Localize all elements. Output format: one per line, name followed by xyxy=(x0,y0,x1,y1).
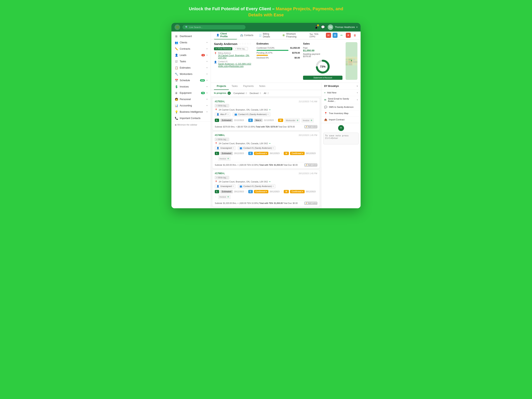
tax-label: Tax: TEN (10%) xyxy=(310,33,324,38)
sidebar-item-bi[interactable]: 💡 Business Intelligence ▾ xyxy=(171,109,211,115)
subtotal-text: Subtotal: $1,020.00 0hrs. + (-$30.00 TEN… xyxy=(215,202,298,204)
add-notes-button[interactable]: 📝 Add notes xyxy=(304,125,317,128)
status-confirmed[interactable]: Confirmed ▾ xyxy=(254,152,269,155)
proj-tab-payments[interactable]: Payments xyxy=(240,83,256,90)
status-w-confirmed[interactable]: Confirmed ▾ xyxy=(290,152,305,155)
tab-client-profile[interactable]: 👤 Client Profile xyxy=(214,32,237,40)
status-w-confirmed[interactable]: Confirmed ▾ xyxy=(290,190,305,193)
edit-button[interactable]: ✏ xyxy=(339,33,344,38)
app-logo[interactable]: 🌿 xyxy=(175,25,180,30)
contact-field[interactable]: 👥 Contact #1 (Sandy Anderson) ▾ xyxy=(238,184,275,188)
sidebar-item-workorders[interactable]: 🔧 Workorders ▾ xyxy=(171,71,211,77)
add-notes-button[interactable]: 📝 Add notes xyxy=(304,164,317,166)
user-info: TH Thomas Heathcore ▾ xyxy=(328,25,357,30)
minimize-sidebar-button[interactable]: ◀ Minimize the sidebar xyxy=(171,121,211,128)
add-new-button[interactable]: + Add New ▾ xyxy=(321,90,361,96)
invoice-add-icon[interactable]: + xyxy=(227,195,229,199)
chevron-down-icon: ▾ xyxy=(273,147,274,149)
contact-email-link[interactable]: philip.voloy@arbostar.com xyxy=(218,65,244,67)
tab-billing[interactable]: 🧾 Billing Details xyxy=(257,32,279,39)
statement-of-account-button[interactable]: Statement of Account xyxy=(303,76,342,80)
add-note-fab[interactable]: + xyxy=(338,125,344,131)
search-bar[interactable]: 🔍 Live Search... xyxy=(183,25,246,29)
workorder-add-icon[interactable]: + xyxy=(297,119,298,122)
sms-button[interactable]: 💬 SMS to Sandy Anderson xyxy=(321,104,361,110)
edit-location-icon[interactable]: ✏ xyxy=(269,142,271,145)
donut-chart: 73% xyxy=(315,59,331,75)
email-button[interactable]: ✉ xyxy=(326,33,331,38)
edit-location-icon[interactable]: ✏ xyxy=(269,180,271,183)
sidebar-item-contacts[interactable]: 📞 Important Contacts xyxy=(171,115,211,121)
red-button[interactable]: R xyxy=(346,33,351,38)
contracts-icon: ✏️ xyxy=(175,47,178,51)
write-tag-button[interactable]: + Write tag... xyxy=(215,104,229,107)
sidebar-item-estimates[interactable]: 📋 Estimates ▾ xyxy=(171,65,211,71)
add-notes-button[interactable]: 📝 Add notes xyxy=(304,202,317,205)
status-more-icon[interactable]: ⋮ xyxy=(215,196,217,198)
contact-field[interactable]: 👥 Contact #1 (Sandy Anderson) ▾ xyxy=(233,112,270,116)
sidebar-item-dashboard[interactable]: ⊞ Dashboard xyxy=(171,33,211,39)
filter-in-progress[interactable]: In progress 2 xyxy=(214,92,231,95)
sidebar-item-tasks[interactable]: ☑ Tasks ▾ xyxy=(171,58,211,65)
send-email-button[interactable]: ✉ Send Email to Sandy Ander... ▾ xyxy=(321,96,361,104)
project-id: #17533-L xyxy=(215,100,225,103)
invoice-add-icon[interactable]: + xyxy=(227,157,229,160)
client-stars: ☆☆☆☆☆ xyxy=(239,42,252,45)
branch-chevron-icon[interactable]: ▾ xyxy=(357,85,358,88)
sidebar-item-leads[interactable]: 👤 Leads 3 ▾ xyxy=(171,52,211,58)
status-more-icon[interactable]: ⋮ xyxy=(245,190,247,193)
chevron-down-icon: ▾ xyxy=(233,185,234,187)
tab-contacts[interactable]: 📇 Contacts xyxy=(238,33,256,38)
tab-wisetack[interactable]: ✳️ Wisetack Financing xyxy=(280,32,309,39)
filter-completed[interactable]: Completed 0 xyxy=(234,92,247,94)
paid-value: $1,050.00 xyxy=(303,49,315,52)
import-contract-button[interactable]: 📥 Import Contract xyxy=(321,117,361,123)
assignee-field[interactable]: 👤 Unassigned ▾ xyxy=(215,146,235,150)
filter-all[interactable]: All 2 xyxy=(264,92,269,94)
status-more-icon[interactable]: ⋮ xyxy=(215,158,217,160)
sidebar-item-invoices[interactable]: 💲 Invoices ▾ xyxy=(171,83,211,90)
sidebar-item-schedule[interactable]: 📅 Schedule 630 ▾ xyxy=(171,77,211,83)
status-confirmed[interactable]: Confirmed ▾ xyxy=(254,190,269,193)
invoice-add-icon[interactable]: + xyxy=(310,119,312,122)
sidebar-item-equipment[interactable]: 🖥 Equipment 79 ▾ xyxy=(171,90,211,96)
chat-icon[interactable]: 💬 xyxy=(321,25,325,29)
tag-x-icon[interactable]: ✕ xyxy=(215,48,217,50)
write-tag-button[interactable]: + Write tag... xyxy=(234,47,248,51)
sidebar-item-contracts[interactable]: ✏️ Contracts ▾ xyxy=(171,46,211,52)
sidebar-item-clients[interactable]: 👥 Clients ▾ xyxy=(171,39,211,46)
edit-location-icon[interactable]: ✏ xyxy=(269,108,271,111)
proj-tab-tasks[interactable]: Tasks xyxy=(229,83,240,90)
status-more-icon[interactable]: ⋮ xyxy=(281,190,283,193)
chevron-down-icon: ▾ xyxy=(233,147,234,149)
client-tag: ✕ #Tree Removal xyxy=(214,47,232,50)
write-tag-button[interactable]: + Write tag... xyxy=(215,176,229,179)
status-more-icon[interactable]: ⋮ xyxy=(275,119,277,121)
tree-inventory-map-button[interactable]: 📍 Tree Inventory Map xyxy=(321,110,361,117)
write-tag-button[interactable]: + Write tag... xyxy=(215,138,229,141)
billing-address-link[interactable]: 24 Cachet Court, Brampton, ON, L6X 0X2 xyxy=(218,54,250,59)
status-more-icon[interactable]: ⋮ xyxy=(281,152,283,154)
declined-label: Declined 0% xyxy=(257,57,293,59)
subtotal-text: Subtotal: $378.00 0hrs. + ($0.00 TEN 10.… xyxy=(215,126,295,128)
sidebar-item-personnel[interactable]: 🧑 Personnel ▾ xyxy=(171,96,211,102)
contact-field[interactable]: 👥 Contact #1 (Sandy Anderson) ▾ xyxy=(238,146,275,150)
settings-button[interactable]: ⚙ xyxy=(333,33,338,38)
status-new: New ▾ xyxy=(254,119,263,122)
note-input[interactable] xyxy=(323,133,359,145)
notifications-icon[interactable]: 📱 4 xyxy=(314,25,318,29)
email-icon: ✉ xyxy=(324,98,326,101)
proj-tab-projects[interactable]: Projects xyxy=(214,83,229,90)
plus-icon: + xyxy=(324,91,326,94)
assignee-field[interactable]: 👤 Alex P ▾ xyxy=(215,112,230,116)
user-chevron-icon[interactable]: ▾ xyxy=(356,26,357,28)
status-more-icon[interactable]: ⋮ xyxy=(245,152,247,154)
filter-declined[interactable]: Declined 0 xyxy=(250,92,261,94)
sidebar-item-accounting[interactable]: 📊 Accounting ▾ xyxy=(171,102,211,109)
delete-button[interactable]: 🗑 xyxy=(352,33,357,38)
assignee-field[interactable]: 👤 Unassigned ▾ xyxy=(215,184,235,188)
equipment-icon: 🖥 xyxy=(175,91,178,95)
proj-tab-notes[interactable]: Notes xyxy=(256,83,268,90)
contact-name-link[interactable]: Sandy Anderson +1 215-689-1422 xyxy=(218,63,251,65)
status-more-icon[interactable]: ⋮ xyxy=(245,119,247,121)
